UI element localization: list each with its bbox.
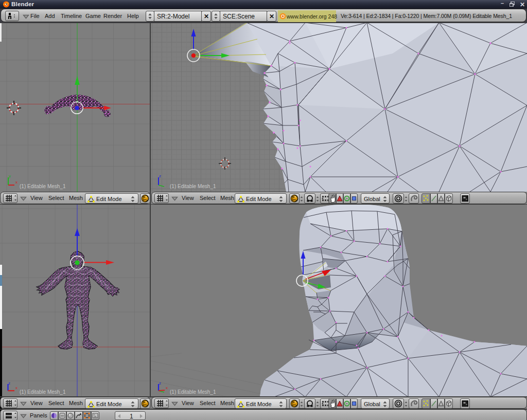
svg-text:z: z: [8, 381, 10, 386]
svg-text:(1) Editable Mesh_1: (1) Editable Mesh_1: [20, 389, 66, 395]
svg-text:(1) Editable Mesh_1: (1) Editable Mesh_1: [170, 389, 216, 395]
svg-text:(1) Editable Mesh_1: (1) Editable Mesh_1: [20, 184, 66, 189]
svg-text:x: x: [166, 386, 168, 390]
svg-text:z: z: [159, 381, 161, 386]
svg-text:(1) Editable Mesh_1: (1) Editable Mesh_1: [170, 184, 216, 189]
svg-text:x: x: [15, 180, 17, 185]
svg-text:z: z: [159, 174, 161, 178]
svg-text:x: x: [15, 386, 17, 390]
svg-text:y: y: [9, 174, 11, 178]
